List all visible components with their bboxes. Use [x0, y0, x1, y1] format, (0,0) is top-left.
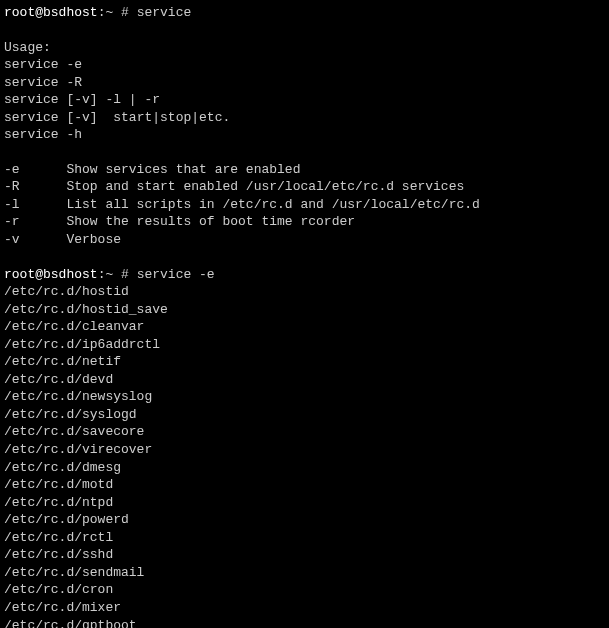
- service-path: /etc/rc.d/hostid: [4, 283, 605, 301]
- option-line: -v Verbose: [4, 231, 605, 249]
- service-path: /etc/rc.d/devd: [4, 371, 605, 389]
- service-path: /etc/rc.d/ip6addrctl: [4, 336, 605, 354]
- service-path: /etc/rc.d/savecore: [4, 423, 605, 441]
- service-path: /etc/rc.d/virecover: [4, 441, 605, 459]
- option-line: -r Show the results of boot time rcorder: [4, 213, 605, 231]
- service-path: /etc/rc.d/sshd: [4, 546, 605, 564]
- service-path: /etc/rc.d/sendmail: [4, 564, 605, 582]
- option-line: -R Stop and start enabled /usr/local/etc…: [4, 178, 605, 196]
- service-path: /etc/rc.d/rctl: [4, 529, 605, 547]
- usage-line: service -h: [4, 126, 605, 144]
- terminal-output: root@bsdhost:~ # serviceUsage:service -e…: [4, 4, 605, 628]
- prompt-line-1: root@bsdhost:~ # service: [4, 4, 605, 22]
- service-path: /etc/rc.d/powerd: [4, 511, 605, 529]
- service-path: /etc/rc.d/cron: [4, 581, 605, 599]
- service-path: /etc/rc.d/dmesg: [4, 459, 605, 477]
- usage-header: Usage:: [4, 39, 605, 57]
- prompt-line-2: root@bsdhost:~ # service -e: [4, 266, 605, 284]
- usage-line: service -e: [4, 56, 605, 74]
- usage-line: service -R: [4, 74, 605, 92]
- service-path: /etc/rc.d/mixer: [4, 599, 605, 617]
- service-path: /etc/rc.d/hostid_save: [4, 301, 605, 319]
- service-path: /etc/rc.d/gptboot: [4, 617, 605, 629]
- service-path: /etc/rc.d/netif: [4, 353, 605, 371]
- service-path: /etc/rc.d/ntpd: [4, 494, 605, 512]
- service-path: /etc/rc.d/newsyslog: [4, 388, 605, 406]
- service-path: /etc/rc.d/syslogd: [4, 406, 605, 424]
- blank-line: [4, 249, 605, 266]
- service-path: /etc/rc.d/cleanvar: [4, 318, 605, 336]
- usage-line: service [-v] start|stop|etc.: [4, 109, 605, 127]
- option-line: -l List all scripts in /etc/rc.d and /us…: [4, 196, 605, 214]
- option-line: -e Show services that are enabled: [4, 161, 605, 179]
- usage-line: service [-v] -l | -r: [4, 91, 605, 109]
- blank-line: [4, 144, 605, 161]
- blank-line: [4, 22, 605, 39]
- service-path: /etc/rc.d/motd: [4, 476, 605, 494]
